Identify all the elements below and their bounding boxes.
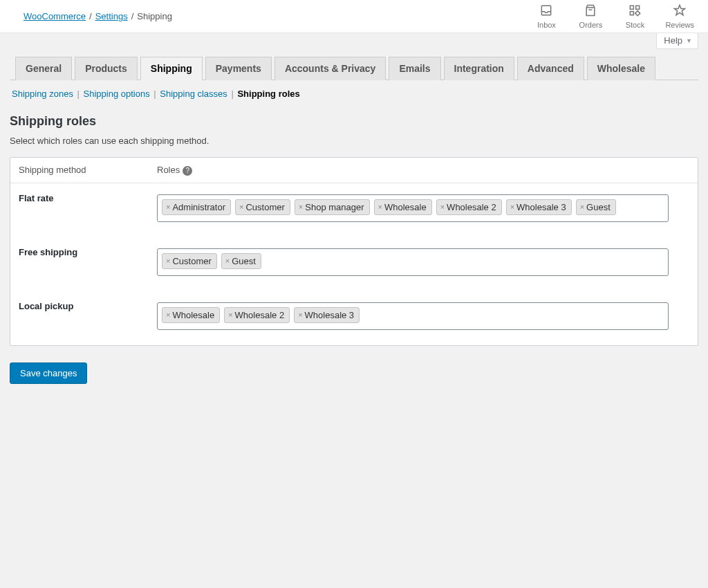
remove-tag-icon[interactable]: × — [298, 311, 302, 319]
role-tag: ×Wholesale 2 — [436, 199, 502, 215]
breadcrumb-separator: / — [131, 11, 134, 21]
roles-cell: ×Wholesale×Wholesale 2×Wholesale 3 — [149, 291, 698, 345]
role-tag-label: Guest — [232, 256, 256, 266]
tab-integration[interactable]: Integration — [444, 57, 514, 80]
subnav-link-shipping-zones[interactable]: Shipping zones — [12, 89, 73, 99]
settings-tabs: GeneralProductsShippingPaymentsAccounts … — [10, 57, 698, 80]
role-tag: ×Guest — [221, 253, 261, 269]
svg-rect-4 — [635, 11, 640, 16]
top-bar: WooCommerce / Settings / Shipping Inbox … — [0, 0, 708, 33]
role-tag-label: Guest — [586, 202, 611, 212]
reviews-icon — [673, 3, 687, 19]
role-tag-label: Wholesale 3 — [516, 202, 566, 212]
svg-rect-2 — [636, 6, 640, 9]
reviews-label: Reviews — [665, 21, 694, 29]
chevron-down-icon: ▼ — [686, 37, 692, 44]
save-button[interactable]: Save changes — [10, 362, 87, 384]
tab-payments[interactable]: Payments — [205, 57, 272, 80]
inbox-label: Inbox — [537, 21, 556, 29]
subnav-link-shipping-options[interactable]: Shipping options — [84, 89, 150, 99]
table-row: Flat rate×Administrator×Customer×Shop ma… — [10, 183, 698, 237]
svg-rect-1 — [631, 6, 634, 9]
stock-icon — [628, 3, 642, 19]
page-description: Select which roles can use each shipping… — [10, 136, 698, 146]
shipping-subnav: Shipping zones | Shipping options | Ship… — [10, 80, 698, 107]
roles-table: Shipping method Roles? Flat rate×Adminis… — [10, 157, 698, 346]
role-tag-label: Customer — [245, 202, 284, 212]
method-label: Flat rate — [10, 183, 149, 237]
role-tag-label: Wholesale — [172, 310, 214, 320]
role-tag: ×Wholesale 3 — [294, 307, 360, 323]
roles-cell: ×Administrator×Customer×Shop manager×Who… — [149, 183, 698, 237]
stock-label: Stock — [626, 21, 645, 29]
tab-wholesale[interactable]: Wholesale — [587, 57, 655, 80]
inbox-button[interactable]: Inbox — [532, 3, 560, 29]
role-tag: ×Wholesale 2 — [224, 307, 290, 323]
remove-tag-icon[interactable]: × — [225, 257, 230, 265]
col-method-header: Shipping method — [10, 158, 149, 183]
remove-tag-icon[interactable]: × — [166, 311, 170, 319]
role-tag-label: Wholesale — [384, 202, 427, 212]
role-tag: ×Wholesale — [162, 307, 220, 323]
remove-tag-icon[interactable]: × — [378, 203, 382, 211]
tab-advanced[interactable]: Advanced — [517, 57, 584, 80]
remove-tag-icon[interactable]: × — [166, 257, 170, 265]
role-tag: ×Customer — [235, 199, 290, 215]
subnav-current: Shipping roles — [237, 89, 299, 99]
role-tag: ×Customer — [162, 253, 217, 269]
page-title: Shipping roles — [10, 114, 698, 129]
stock-button[interactable]: Stock — [621, 3, 649, 29]
orders-label: Orders — [579, 21, 603, 29]
subnav-separator: | — [229, 89, 236, 99]
table-row: Local pickup×Wholesale×Wholesale 2×Whole… — [10, 291, 698, 345]
tab-accounts-privacy[interactable]: Accounts & Privacy — [274, 57, 386, 80]
roles-multiselect[interactable]: ×Customer×Guest — [157, 248, 669, 276]
table-row: Free shipping×Customer×Guest — [10, 237, 698, 291]
role-tag: ×Shop manager — [295, 199, 370, 215]
remove-tag-icon[interactable]: × — [580, 203, 584, 211]
orders-icon — [584, 3, 597, 19]
subnav-link-shipping-classes[interactable]: Shipping classes — [160, 89, 227, 99]
roles-multiselect[interactable]: ×Administrator×Customer×Shop manager×Who… — [157, 194, 669, 222]
role-tag: ×Administrator — [162, 199, 231, 215]
col-roles-header: Roles? — [149, 158, 698, 183]
role-tag-label: Customer — [172, 256, 211, 266]
breadcrumb-separator: / — [89, 11, 92, 21]
role-tag-label: Wholesale 2 — [235, 310, 285, 320]
help-tab-label: Help — [664, 35, 682, 46]
content-area: GeneralProductsShippingPaymentsAccounts … — [0, 33, 708, 394]
roles-multiselect[interactable]: ×Wholesale×Wholesale 2×Wholesale 3 — [157, 302, 669, 330]
inbox-icon — [539, 3, 553, 19]
tab-emails[interactable]: Emails — [389, 57, 440, 80]
method-label: Free shipping — [10, 237, 149, 291]
role-tag: ×Wholesale — [374, 199, 432, 215]
role-tag: ×Wholesale 3 — [506, 199, 572, 215]
remove-tag-icon[interactable]: × — [228, 311, 232, 319]
reviews-button[interactable]: Reviews — [665, 3, 694, 29]
remove-tag-icon[interactable]: × — [166, 203, 170, 211]
role-tag-label: Administrator — [172, 202, 225, 212]
method-label: Local pickup — [10, 291, 149, 345]
breadcrumb-root[interactable]: WooCommerce — [24, 11, 86, 21]
breadcrumb-settings[interactable]: Settings — [95, 11, 128, 21]
breadcrumbs: WooCommerce / Settings / Shipping — [24, 11, 172, 21]
svg-rect-0 — [542, 6, 551, 15]
role-tag-label: Wholesale 3 — [305, 310, 355, 320]
svg-rect-3 — [631, 12, 634, 15]
orders-button[interactable]: Orders — [577, 3, 604, 29]
subnav-separator: | — [151, 89, 159, 99]
remove-tag-icon[interactable]: × — [440, 203, 445, 211]
header-toolbox: Inbox Orders Stock Reviews — [532, 3, 694, 29]
tab-general[interactable]: General — [15, 57, 72, 80]
role-tag-label: Shop manager — [305, 202, 364, 212]
remove-tag-icon[interactable]: × — [299, 203, 303, 211]
help-tab[interactable]: Help ▼ — [656, 33, 698, 49]
subnav-separator: | — [75, 89, 82, 99]
remove-tag-icon[interactable]: × — [510, 203, 514, 211]
tab-products[interactable]: Products — [75, 57, 138, 80]
remove-tag-icon[interactable]: × — [239, 203, 243, 211]
help-icon[interactable]: ? — [183, 166, 192, 176]
role-tag: ×Guest — [576, 199, 616, 215]
tab-shipping[interactable]: Shipping — [140, 57, 203, 80]
role-tag-label: Wholesale 2 — [447, 202, 496, 212]
